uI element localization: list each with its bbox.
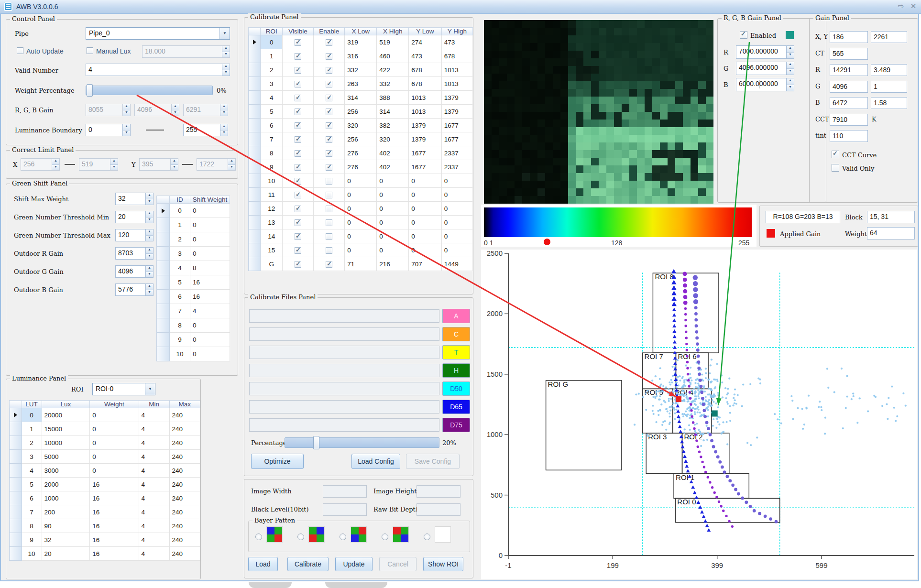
- lum-cell[interactable]: 6: [22, 491, 42, 505]
- enable-checkbox[interactable]: [326, 261, 332, 268]
- cal-cell[interactable]: 1379: [441, 91, 472, 105]
- cal-cell[interactable]: 320: [377, 132, 409, 146]
- visible-checkbox[interactable]: [295, 122, 301, 129]
- cal-cell[interactable]: 402: [377, 146, 409, 160]
- row-selector[interactable]: [10, 464, 22, 478]
- cal-cell[interactable]: 1449: [441, 257, 472, 271]
- enable-checkbox[interactable]: [326, 95, 332, 101]
- enable-checkbox[interactable]: [326, 178, 332, 185]
- rgb-r-spinner[interactable]: 7000.000000▲▼: [736, 45, 794, 59]
- cal-cell[interactable]: 276: [345, 146, 377, 160]
- cal-cell[interactable]: 1013: [409, 91, 442, 105]
- illuminant-button-H[interactable]: H: [442, 363, 470, 378]
- cal-cell[interactable]: 216: [377, 257, 409, 271]
- luminance-boundary-max-spinner[interactable]: 255▲▼: [183, 124, 228, 136]
- row-selector[interactable]: [157, 204, 170, 218]
- gs-shift-weight[interactable]: 0: [190, 318, 230, 333]
- cal-cell[interactable]: 460: [377, 49, 409, 63]
- lum-cell[interactable]: 4: [139, 478, 169, 491]
- cal-cell[interactable]: 276: [345, 160, 377, 174]
- lum-cell[interactable]: 2: [22, 436, 42, 450]
- weight-percentage-slider-handle[interactable]: [87, 84, 93, 97]
- cal-cell[interactable]: 319: [345, 35, 377, 49]
- cal-cell[interactable]: 0: [377, 188, 409, 202]
- lum-cell[interactable]: 7: [22, 505, 42, 519]
- enable-checkbox[interactable]: [326, 81, 332, 87]
- cal-cell[interactable]: 0: [377, 216, 409, 229]
- update-button[interactable]: Update: [335, 557, 373, 571]
- cal-cell[interactable]: 473: [409, 49, 442, 63]
- enable-checkbox[interactable]: [326, 247, 332, 254]
- luminance-colorbar[interactable]: [484, 207, 752, 237]
- row-selector[interactable]: [157, 290, 170, 304]
- cal-cell[interactable]: 1677: [441, 119, 472, 132]
- row-selector[interactable]: [10, 519, 22, 533]
- lum-cell[interactable]: 1: [22, 422, 42, 436]
- image-height-input[interactable]: [417, 485, 460, 498]
- calibrate-file-input-C[interactable]: [249, 327, 439, 341]
- lum-cell[interactable]: 240: [169, 422, 200, 436]
- lum-cell[interactable]: 240: [169, 450, 200, 464]
- row-selector[interactable]: [157, 333, 170, 347]
- illuminant-button-T[interactable]: T: [442, 345, 470, 359]
- cal-cell[interactable]: 1677: [441, 132, 472, 146]
- lum-cell[interactable]: 3000: [42, 464, 90, 478]
- visible-checkbox[interactable]: [295, 53, 301, 60]
- cal-cell[interactable]: 402: [377, 160, 409, 174]
- lum-cell[interactable]: 4: [139, 533, 169, 547]
- green_min-spinner[interactable]: 20▲▼: [115, 211, 154, 223]
- enable-checkbox[interactable]: [326, 219, 332, 226]
- raw-bit-depth-input[interactable]: [417, 503, 460, 516]
- cal-cell[interactable]: 71: [345, 257, 377, 271]
- row-selector[interactable]: [10, 450, 22, 464]
- lum-cell[interactable]: 240: [169, 505, 200, 519]
- lum-cell[interactable]: 16: [90, 519, 139, 533]
- visible-checkbox[interactable]: [295, 39, 301, 46]
- current-gain-marker[interactable]: [712, 410, 718, 416]
- cal-cell[interactable]: 0: [377, 229, 409, 243]
- y-max-spinner[interactable]: 1722▲▼: [197, 158, 236, 171]
- weight-percentage-slider[interactable]: [86, 86, 213, 95]
- row-selector[interactable]: [10, 478, 22, 491]
- row-selector[interactable]: [249, 63, 261, 77]
- cal-cell[interactable]: 678: [409, 77, 442, 91]
- cal-cell[interactable]: 332: [345, 63, 377, 77]
- cal-cell[interactable]: 707: [409, 257, 442, 271]
- lum-cell[interactable]: 15000: [42, 422, 90, 436]
- visible-checkbox[interactable]: [295, 67, 301, 74]
- row-selector[interactable]: [10, 436, 22, 450]
- lum-cell[interactable]: 90: [42, 519, 90, 533]
- row-selector[interactable]: [249, 91, 261, 105]
- visible-checkbox[interactable]: [295, 247, 301, 254]
- cal-cell[interactable]: 0: [345, 202, 377, 216]
- cal-cell[interactable]: 1379: [409, 132, 442, 146]
- lum-cell[interactable]: 4: [139, 408, 169, 422]
- lum-cell[interactable]: 0: [90, 408, 139, 422]
- black-level-input[interactable]: [323, 503, 367, 516]
- gain-scatter-plot[interactable]: 05001000150020002500-1199399599ROI 0ROI …: [481, 250, 917, 579]
- cal-cell[interactable]: 0: [345, 188, 377, 202]
- bayer-swatch-0[interactable]: [267, 527, 282, 542]
- enable-checkbox[interactable]: [326, 136, 332, 143]
- show-roi-button[interactable]: Show ROI: [423, 557, 463, 571]
- calibrate-file-input-H[interactable]: [249, 364, 439, 377]
- visible-checkbox[interactable]: [295, 95, 301, 101]
- valid-number-spinner[interactable]: 4 ▲▼: [86, 64, 230, 76]
- enable-checkbox[interactable]: [326, 109, 332, 115]
- cal-cell[interactable]: 0: [441, 229, 472, 243]
- cal-cell[interactable]: 1013: [441, 63, 472, 77]
- calibrate-file-input-D65[interactable]: [249, 400, 439, 414]
- cal-cell[interactable]: 0: [441, 216, 472, 229]
- cal-cell[interactable]: 678: [441, 49, 472, 63]
- b-gain-spinner[interactable]: 6291▲▼: [183, 104, 228, 116]
- close-window-icon[interactable]: ✕: [908, 1, 919, 11]
- lum-cell[interactable]: 32: [42, 533, 90, 547]
- cal-cell[interactable]: 422: [377, 63, 409, 77]
- lum-cell[interactable]: 1000: [42, 491, 90, 505]
- enable-checkbox[interactable]: [326, 233, 332, 240]
- row-selector[interactable]: [249, 229, 261, 243]
- row-selector[interactable]: [157, 318, 170, 333]
- cal-cell[interactable]: 0: [409, 202, 442, 216]
- lum-cell[interactable]: 4: [139, 450, 169, 464]
- cct-curve-checkbox[interactable]: [832, 151, 839, 158]
